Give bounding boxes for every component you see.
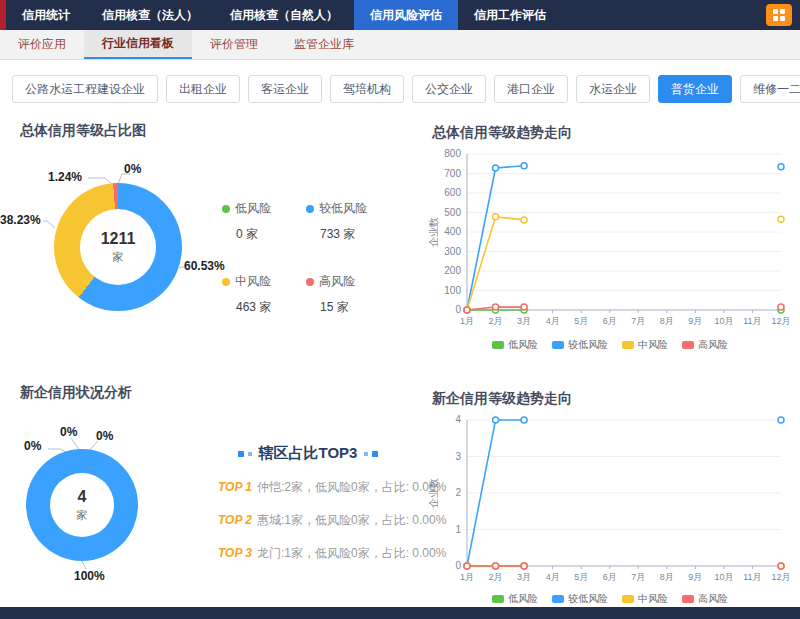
legend-label: 低风险 [508,592,538,606]
decor-square-icon [364,452,368,456]
legend-label: 中风险 [235,273,271,290]
svg-text:8月: 8月 [660,316,674,326]
svg-text:12月: 12月 [771,316,790,326]
subnav-item-enterprise-lib[interactable]: 监管企业库 [276,30,372,59]
svg-text:1月: 1月 [460,572,474,582]
tab-highway-construction[interactable]: 公路水运工程建设企业 [12,75,158,103]
overall-donut[interactable]: 1211 家 [54,183,182,311]
subnav-item-eval-app[interactable]: 评价应用 [0,30,84,59]
topnav-item-credit-stats[interactable]: 信用统计 [6,0,86,30]
svg-text:0: 0 [455,304,461,315]
svg-text:500: 500 [444,207,461,218]
tab-water-transport[interactable]: 水运企业 [576,75,650,103]
grid-icon [773,9,785,21]
svg-text:5月: 5月 [574,316,588,326]
svg-text:2月: 2月 [489,572,503,582]
svg-text:700: 700 [444,168,461,179]
pie-center-total: 4 [78,488,87,506]
legend-item[interactable]: 较低风险 [552,592,608,606]
pct-label-low: 0% [24,439,41,453]
svg-text:7月: 7月 [631,572,645,582]
legend-item-low[interactable]: 低风险 0 家 [222,200,306,243]
top3-text: 龙门:1家，低风险0家，占比: 0.00% [257,546,446,560]
apps-grid-button[interactable] [766,4,792,26]
subnav-item-eval-manage[interactable]: 评价管理 [192,30,276,59]
pct-label-high: 1.24% [48,170,82,184]
legend-swatch [622,341,634,349]
legend-swatch [552,595,564,603]
svg-text:4: 4 [455,414,461,425]
new-pie-chart: 4 家 0% 0% 0% 100% [0,420,210,592]
sub-navbar: 评价应用 行业信用看板 评价管理 监管企业库 [0,30,800,60]
tab-repair[interactable]: 维修一二类企业 [740,75,800,103]
svg-text:企业数: 企业数 [428,217,439,247]
top3-rank: TOP 3 [218,546,252,560]
new-pie-title: 新企信用状况分析 [20,384,132,402]
legend-item[interactable]: 中风险 [622,592,668,606]
svg-text:12月: 12月 [771,572,790,582]
subnav-item-industry-board[interactable]: 行业信用看板 [84,30,192,59]
tab-driver-training[interactable]: 驾培机构 [330,75,404,103]
svg-text:5月: 5月 [574,572,588,582]
tab-port[interactable]: 港口企业 [494,75,568,103]
legend-swatch [552,341,564,349]
legend-item[interactable]: 较低风险 [552,338,608,352]
legend-item-lower[interactable]: 较低风险 733 家 [306,200,390,243]
legend-label: 较低风险 [568,592,608,606]
svg-text:1月: 1月 [460,316,474,326]
svg-text:2: 2 [455,487,461,498]
top3-panel: 辖区占比TOP3 TOP 1仲恺:2家，低风险0家，占比: 0.00% TOP … [218,444,398,562]
legend-label: 较低风险 [568,338,608,352]
legend-swatch [622,595,634,603]
legend-count: 0 家 [236,226,306,243]
legend-item-high[interactable]: 高风险 15 家 [306,273,390,316]
tab-bus[interactable]: 公交企业 [412,75,486,103]
legend-count: 15 家 [320,299,390,316]
legend-item[interactable]: 低风险 [492,338,538,352]
top3-text: 惠城:1家，低风险0家，占比: 0.00% [257,513,446,527]
legend-item[interactable]: 高风险 [682,592,728,606]
svg-text:企业数: 企业数 [428,478,439,508]
top3-row-1: TOP 1仲恺:2家，低风险0家，占比: 0.00% [218,479,398,496]
svg-text:0: 0 [455,560,461,571]
pie-center-total: 1211 [101,230,136,248]
legend-item[interactable]: 高风险 [682,338,728,352]
pct-label-low: 0% [124,162,141,176]
overall-pie-chart: 1211 家 0% 1.24% 38.23% 60.53% [0,158,260,348]
overall-trend-chart[interactable]: 01002003004005006007008001月2月3月4月5月6月7月8… [425,142,795,334]
new-trend-legend: 低风险较低风险中风险高风险 [425,592,795,606]
legend-label: 高风险 [319,273,355,290]
legend-item[interactable]: 中风险 [622,338,668,352]
svg-text:10月: 10月 [714,316,733,326]
svg-text:2月: 2月 [489,316,503,326]
new-donut[interactable]: 4 家 [26,449,138,561]
tab-general-freight[interactable]: 普货企业 [658,75,732,103]
svg-text:7月: 7月 [631,316,645,326]
topnav-item-risk-eval[interactable]: 信用风险评估 [354,0,458,30]
topnav-item-check-natural[interactable]: 信用核查（自然人） [214,0,354,30]
pct-label-high: 0% [96,429,113,443]
svg-text:10月: 10月 [714,572,733,582]
svg-text:100: 100 [444,285,461,296]
svg-text:4月: 4月 [546,572,560,582]
footer-bar [0,607,800,619]
svg-text:300: 300 [444,246,461,257]
svg-text:6月: 6月 [603,316,617,326]
topnav-item-check-legal[interactable]: 信用核查（法人） [86,0,214,30]
svg-text:800: 800 [444,148,461,159]
legend-item-mid[interactable]: 中风险 463 家 [222,273,306,316]
topnav-item-work-eval[interactable]: 信用工作评估 [458,0,562,30]
svg-text:11月: 11月 [743,316,761,326]
tab-passenger[interactable]: 客运企业 [248,75,322,103]
tab-rental[interactable]: 出租企业 [166,75,240,103]
new-trend-chart[interactable]: 012341月2月3月4月5月6月7月8月9月10月11月12月企业数 [425,408,795,590]
legend-swatch [492,595,504,603]
legend-count: 463 家 [236,299,306,316]
legend-label: 低风险 [508,338,538,352]
top3-row-3: TOP 3龙门:1家，低风险0家，占比: 0.00% [218,545,398,562]
overall-pie-title: 总体信用等级占比图 [20,122,146,140]
legend-label: 较低风险 [319,200,367,217]
top3-title-row: 辖区占比TOP3 [218,444,398,463]
legend-swatch [492,341,504,349]
legend-item[interactable]: 低风险 [492,592,538,606]
